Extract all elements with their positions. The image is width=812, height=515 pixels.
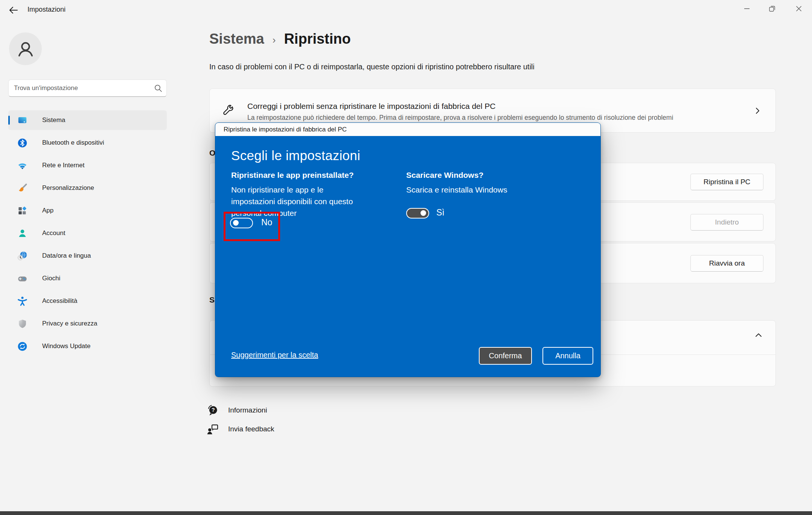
breadcrumb-separator-icon: › bbox=[273, 34, 276, 46]
toggle-state-label: No bbox=[261, 217, 272, 228]
search-input[interactable] bbox=[8, 79, 167, 97]
dialog-title: Ripristina le impostazioni di fabbrica d… bbox=[224, 126, 347, 133]
sidebar-item-giochi[interactable]: Giochi bbox=[8, 269, 167, 288]
sidebar-item-label: Bluetooth e dispositivi bbox=[42, 139, 104, 147]
chevron-right-icon bbox=[754, 107, 761, 115]
sidebar-item-privacy[interactable]: Privacy e sicurezza bbox=[8, 314, 167, 333]
feedback-row[interactable]: Invia feedback bbox=[206, 423, 274, 436]
option-description: Scarica e reinstalla Windows bbox=[406, 184, 507, 196]
sidebar-item-windows-update[interactable]: Windows Update bbox=[8, 336, 167, 356]
bluetooth-icon bbox=[17, 138, 27, 148]
sidebar-item-label: Privacy e sicurezza bbox=[42, 320, 97, 327]
page-title: Ripristino bbox=[284, 31, 350, 47]
settings-search bbox=[8, 79, 167, 97]
back-button[interactable] bbox=[7, 5, 20, 16]
reset-pc-dialog: Ripristina le impostazioni di fabbrica d… bbox=[215, 122, 601, 377]
sidebar-item-label: Accessibilità bbox=[42, 297, 78, 305]
choice-hints-link[interactable]: Suggerimenti per la scelta bbox=[231, 351, 318, 359]
info-help-icon: ? bbox=[206, 404, 219, 417]
section-heading-partial: O bbox=[209, 148, 215, 157]
restore-icon bbox=[768, 5, 776, 12]
datetime-language-icon bbox=[17, 251, 27, 261]
windows-update-icon bbox=[17, 341, 27, 351]
taskbar-strip bbox=[0, 511, 812, 515]
sidebar-nav: Sistema Bluetooth e dispositivi Rete e I… bbox=[8, 110, 167, 359]
sidebar-item-label: Windows Update bbox=[42, 342, 91, 350]
sidebar-item-label: App bbox=[42, 207, 53, 214]
reset-pc-button[interactable]: Ripristina il PC bbox=[690, 174, 763, 190]
back-arrow-icon bbox=[8, 6, 18, 15]
dialog-body: Scegli le impostazioni Ripristinare le a… bbox=[215, 136, 600, 377]
person-icon bbox=[16, 39, 35, 59]
chevron-up-icon[interactable] bbox=[754, 331, 763, 339]
restore-button[interactable] bbox=[764, 3, 780, 14]
sidebar-item-label: Giochi bbox=[42, 275, 60, 282]
selected-accent-bar bbox=[8, 116, 10, 125]
breadcrumb: Sistema › Ripristino bbox=[209, 31, 351, 47]
search-icon bbox=[154, 84, 162, 92]
sidebar-item-label: Data/ora e lingua bbox=[42, 252, 91, 260]
minimize-icon bbox=[743, 5, 750, 12]
fix-card-subtitle: La reimpostazione può richiedere del tem… bbox=[247, 114, 673, 122]
minimize-button[interactable] bbox=[739, 3, 755, 14]
sidebar-item-label: Sistema bbox=[42, 116, 65, 124]
personalization-icon bbox=[17, 183, 27, 193]
system-icon bbox=[17, 115, 27, 125]
feedback-icon bbox=[206, 423, 219, 436]
wrench-icon bbox=[222, 105, 235, 118]
sidebar-item-sistema[interactable]: Sistema bbox=[8, 110, 167, 130]
sidebar-item-bluetooth[interactable]: Bluetooth e dispositivi bbox=[8, 133, 167, 153]
section-heading-partial: S bbox=[209, 295, 215, 304]
user-avatar[interactable] bbox=[9, 32, 42, 65]
sidebar-item-label: Rete e Internet bbox=[42, 162, 84, 169]
svg-text:?: ? bbox=[212, 407, 215, 413]
network-icon bbox=[17, 160, 27, 171]
gaming-icon bbox=[17, 274, 27, 284]
download-windows-toggle[interactable] bbox=[406, 208, 429, 219]
sidebar-item-account[interactable]: Account bbox=[8, 223, 167, 243]
privacy-icon bbox=[17, 319, 27, 329]
close-button[interactable] bbox=[791, 3, 807, 14]
sidebar-item-app[interactable]: App bbox=[8, 201, 167, 220]
accessibility-icon bbox=[17, 296, 27, 306]
info-row[interactable]: ? Informazioni bbox=[206, 404, 267, 417]
dialog-titlebar: Ripristina le impostazioni di fabbrica d… bbox=[215, 123, 600, 136]
breadcrumb-section[interactable]: Sistema bbox=[209, 31, 264, 47]
cancel-button[interactable]: Annulla bbox=[542, 347, 593, 365]
sidebar-item-label: Account bbox=[42, 229, 65, 237]
toggle-state-label: Sì bbox=[436, 208, 445, 218]
dialog-heading: Scegli le impostazioni bbox=[231, 148, 360, 163]
apps-icon bbox=[17, 206, 27, 216]
toggle-knob bbox=[420, 210, 426, 216]
option-question: Ripristinare le app preinstallate? bbox=[231, 171, 354, 180]
account-icon bbox=[17, 228, 27, 238]
close-icon bbox=[795, 5, 802, 12]
restore-apps-toggle[interactable] bbox=[230, 218, 253, 228]
option-question: Scaricare Windows? bbox=[406, 171, 483, 180]
sidebar-item-label: Personalizzazione bbox=[42, 184, 94, 192]
settings-window: Impostazioni Sistema bbox=[0, 0, 812, 515]
sidebar-item-accessibilita[interactable]: Accessibilità bbox=[8, 291, 167, 311]
toggle-knob bbox=[233, 220, 239, 226]
sidebar-item-data-ora[interactable]: Data/ora e lingua bbox=[8, 246, 167, 266]
confirm-button[interactable]: Conferma bbox=[479, 347, 532, 365]
info-label: Informazioni bbox=[228, 406, 267, 414]
restart-now-button[interactable]: Riavvia ora bbox=[690, 255, 763, 272]
feedback-label: Invia feedback bbox=[228, 425, 274, 433]
sidebar-item-personalizzazione[interactable]: Personalizzazione bbox=[8, 178, 167, 198]
app-title: Impostazioni bbox=[27, 6, 66, 14]
page-description: In caso di problemi con il PC o di reimp… bbox=[209, 63, 535, 71]
sidebar-item-rete[interactable]: Rete e Internet bbox=[8, 156, 167, 175]
go-back-button[interactable]: Indietro bbox=[690, 214, 763, 231]
fix-card-title: Correggi i problemi senza ripristinare l… bbox=[247, 102, 495, 111]
